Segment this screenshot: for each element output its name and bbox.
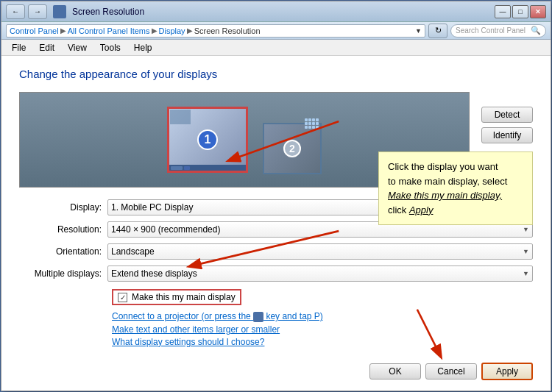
refresh-button[interactable]: ↻	[428, 24, 447, 38]
callout-italic1: Make this my main display,	[388, 190, 502, 201]
search-icon: 🔍	[531, 26, 541, 35]
menu-help[interactable]: Help	[128, 41, 158, 54]
resolution-label: Resolution:	[19, 224, 107, 235]
resolution-select-value: 1440 × 900 (recommended)	[111, 224, 220, 235]
cancel-button[interactable]: Cancel	[425, 363, 477, 379]
projector-link[interactable]: Connect to a projector (or press the key…	[112, 311, 533, 322]
sep2: ▶	[152, 26, 158, 35]
identify-button[interactable]: Identify	[481, 127, 533, 143]
menu-file[interactable]: File	[6, 41, 32, 54]
address-bar: Control Panel ▶ All Control Panel Items …	[1, 22, 551, 40]
multiple-displays-value: Extend these displays	[111, 268, 197, 279]
bottom-buttons: OK Cancel Apply	[369, 363, 533, 380]
path-controlpanel: Control Panel	[10, 26, 59, 35]
path-allitems: All Control Panel Items	[68, 26, 150, 35]
callout-line1: Click the display you want	[388, 161, 498, 172]
close-button[interactable]: ✕	[530, 5, 546, 18]
main-display-label: Make this my main display	[132, 292, 236, 302]
resolution-select-arrow-icon: ▼	[523, 226, 529, 233]
window-title: Screen Resolution	[72, 7, 144, 17]
minimize-button[interactable]: —	[495, 5, 511, 18]
orientation-select-value: Landscape	[111, 246, 155, 257]
window-icon	[53, 5, 66, 18]
callout-box: Click the display you want to make main …	[378, 152, 533, 225]
monitor-2[interactable]: 2	[263, 115, 322, 174]
text-size-link[interactable]: Make text and other items larger or smal…	[112, 324, 533, 335]
callout-italic2: Apply	[409, 204, 434, 215]
address-path[interactable]: Control Panel ▶ All Control Panel Items …	[6, 24, 425, 38]
search-box[interactable]: Search Control Panel 🔍	[450, 24, 546, 38]
callout-line3: click	[388, 204, 409, 215]
monitor-1[interactable]: 1	[167, 107, 248, 173]
monitor-1-number: 1	[197, 129, 218, 150]
windows-key-icon	[253, 312, 263, 322]
display-label: Display:	[19, 202, 107, 213]
monitor-2-grid	[305, 118, 319, 129]
orientation-select[interactable]: Landscape ▼	[107, 243, 533, 260]
detect-button[interactable]: Detect	[481, 107, 533, 123]
forward-button[interactable]: →	[28, 4, 47, 19]
links-area: Connect to a projector (or press the key…	[112, 311, 533, 347]
orientation-label: Orientation:	[19, 246, 107, 257]
path-screenres: Screen Resolution	[194, 26, 261, 35]
main-display-checkbox-row[interactable]: ✓ Make this my main display	[112, 289, 241, 305]
menu-view[interactable]: View	[62, 41, 93, 54]
multiple-displays-label: Multiple displays:	[19, 268, 107, 279]
main-display-checkbox[interactable]: ✓	[118, 293, 127, 302]
callout-line2: to make main display, select	[388, 176, 507, 187]
multiple-displays-select[interactable]: Extend these displays ▼	[107, 266, 533, 282]
main-window: ← → Screen Resolution — □ ✕ Control Pane…	[1, 1, 551, 391]
title-bar: ← → Screen Resolution — □ ✕	[1, 1, 551, 22]
display-settings-link[interactable]: What display settings should I choose?	[112, 337, 533, 347]
menu-bar: File Edit View Tools Help	[1, 40, 551, 56]
sep3: ▶	[187, 26, 193, 35]
multiple-displays-arrow-icon: ▼	[523, 270, 529, 277]
sep1: ▶	[60, 26, 66, 35]
main-content: Change the appearance of your displays 1	[1, 56, 551, 391]
search-placeholder: Search Control Panel	[456, 26, 526, 35]
maximize-button[interactable]: □	[512, 5, 528, 18]
apply-button[interactable]: Apply	[481, 363, 533, 380]
detect-identify-buttons: Detect Identify	[481, 92, 533, 143]
menu-edit[interactable]: Edit	[33, 41, 60, 54]
title-bar-left: ← → Screen Resolution	[6, 4, 144, 19]
dropdown-arrow-icon[interactable]: ▼	[415, 27, 422, 35]
checkbox-check-icon: ✓	[120, 293, 126, 302]
path-display: Display	[159, 26, 185, 35]
display-select-value: 1. Mobile PC Display	[111, 202, 193, 213]
orientation-select-arrow-icon: ▼	[523, 248, 529, 255]
menu-tools[interactable]: Tools	[94, 41, 127, 54]
monitor-2-number: 2	[283, 140, 301, 157]
monitor-1-taskbar	[169, 165, 246, 171]
title-bar-controls: — □ ✕	[495, 5, 546, 18]
ok-button[interactable]: OK	[369, 363, 421, 379]
back-button[interactable]: ←	[6, 4, 25, 19]
page-title: Change the appearance of your displays	[19, 68, 533, 80]
